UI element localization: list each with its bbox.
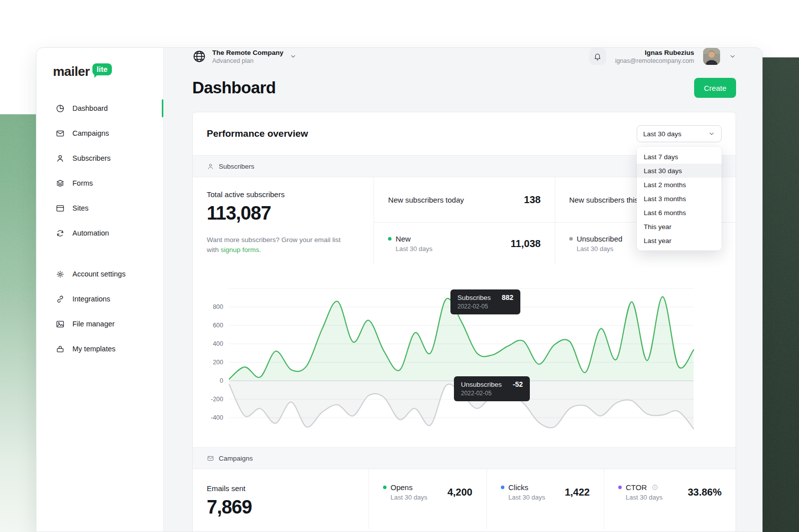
link-icon [55,294,65,304]
signup-forms-link[interactable]: signup forms. [221,246,261,254]
ctor-cell: CTOR Last 30 days 33.86% [604,469,736,529]
opens-cell: Opens Last 30 days 4,200 [369,469,486,529]
menu-item-last-30-days[interactable]: Last 30 days [637,164,722,178]
info-icon[interactable] [652,484,658,491]
topbar-right: Ignas Rubezius ignas@remotecompany.com [589,48,736,65]
grow-list-hint: Want more subscribers? Grow your email l… [207,235,347,256]
sidebar-item-account-settings[interactable]: Account settings [36,262,163,286]
new-30days-row: New Last 30 days 11,038 [374,223,554,265]
stat-label: Total active subscribers [207,190,360,199]
svg-text:400: 400 [213,340,223,347]
ctor-dot [618,486,622,489]
tooltip-series-label: Unsubscribes [461,381,502,388]
tooltip-series-label: Subscribes [457,294,491,301]
ctor-value: 33.86% [688,487,722,498]
menu-item-last-2-months[interactable]: Last 2 months [637,178,722,192]
chevron-down-icon[interactable] [729,53,736,60]
total-subscribers-cell: Total active subscribers 113,087 Want mo… [193,177,374,265]
new-subscribers-cell: New subscribers today 138 New Last 30 da… [374,177,554,265]
subscribers-chart[interactable]: 8006004002000-200-400 Subscribes 882 202… [193,265,736,447]
gear-icon [55,269,65,279]
new-30days-value: 11,038 [511,238,541,250]
tooltip-value: 882 [502,293,513,301]
sidebar-item-automation[interactable]: Automation [36,221,163,246]
envelope-icon [207,455,214,462]
unsubscribed-dot [569,237,573,241]
menu-item-this-year[interactable]: This year [637,220,722,234]
menu-item-last-year[interactable]: Last year [637,234,722,248]
main-content: The Remote Company Advanced plan Ignas R… [164,48,762,532]
page-title: Dashboard [192,78,276,97]
new-dot [388,237,392,241]
avatar-photo [703,48,720,65]
date-range-select[interactable]: Last 30 days [637,125,722,142]
sidebar-item-label: Dashboard [72,104,108,112]
nav-divider-space [36,246,163,262]
pie-chart-icon [55,104,65,113]
opens-dot [383,486,387,489]
sidebar-item-integrations[interactable]: Integrations [36,286,163,311]
stat-label: CTOR [626,483,647,492]
svg-text:200: 200 [213,359,223,366]
sidebar-item-label: File manager [72,320,115,328]
notifications-button[interactable] [589,48,606,65]
emails-sent-cell: Emails sent 7,869 [193,469,369,529]
sidebar-item-label: Automation [72,229,109,237]
date-range-menu: Last 7 days Last 30 days Last 2 months L… [637,147,722,251]
opens-value: 4,200 [447,487,472,498]
total-subscribers-value: 113,087 [207,203,360,224]
sidebar-item-label: Campaigns [72,129,109,137]
stat-label: New subscribers today [388,196,464,204]
app-window: mailer lite Dashboard Campaigns Subscrib… [36,47,763,532]
stat-sublabel: Last 30 days [391,494,427,501]
sidebar-item-dashboard[interactable]: Dashboard [36,96,163,121]
sidebar-item-campaigns[interactable]: Campaigns [36,121,163,146]
menu-item-last-6-months[interactable]: Last 6 months [637,206,722,220]
sidebar-item-sites[interactable]: Sites [36,196,163,221]
new-today-row: New subscribers today 138 [374,177,554,223]
layers-icon [55,179,65,188]
menu-item-last-3-months[interactable]: Last 3 months [637,192,722,206]
browser-icon [55,204,65,213]
grain-texture [0,114,36,532]
sidebar-item-label: Sites [72,204,88,212]
company-name: The Remote Company [212,49,284,56]
grain-texture [763,57,799,532]
sidebar-item-label: My templates [72,345,115,353]
person-icon [55,154,65,163]
sidebar-item-file-manager[interactable]: File manager [36,311,163,336]
tooltip-date: 2022-02-05 [461,390,523,397]
user-name: Ignas Rubezius [615,49,694,56]
company-switcher[interactable]: The Remote Company Advanced plan [192,49,297,64]
user-email: ignas@remotecompany.com [615,57,694,64]
tooltip-value: -52 [513,380,523,388]
user-block[interactable]: Ignas Rubezius ignas@remotecompany.com [615,49,694,64]
stat-label: Clicks [508,483,528,492]
sidebar-item-my-templates[interactable]: My templates [36,336,163,361]
company-plan: Advanced plan [212,57,284,64]
stat-sublabel: Last 30 days [577,245,623,253]
section-label: Subscribers [219,163,254,170]
clicks-value: 1,422 [565,487,590,498]
subscribes-tooltip: Subscribes 882 2022-02-05 [450,289,520,314]
mailerlite-logo[interactable]: mailer lite [53,63,163,81]
refresh-icon [55,229,65,238]
backdrop-green-texture [0,114,36,532]
svg-text:-400: -400 [211,414,223,421]
logo-wordmark: mailer [53,63,90,80]
backdrop-dark-texture [763,57,799,532]
campaigns-section-band: Campaigns [193,447,736,469]
chevron-down-icon [708,130,715,137]
topbar: The Remote Company Advanced plan Ignas R… [164,48,762,65]
create-button[interactable]: Create [694,78,736,98]
chevron-down-icon [290,53,297,60]
user-avatar[interactable] [703,48,720,65]
sidebar-item-subscribers[interactable]: Subscribers [36,146,163,171]
bell-icon [593,52,602,61]
menu-item-last-7-days[interactable]: Last 7 days [637,150,722,164]
stat-label: Opens [391,483,412,492]
sidebar-item-label: Subscribers [72,154,111,162]
stat-sublabel: Last 30 days [508,494,545,501]
stat-sublabel: Last 30 days [396,245,432,253]
sidebar-item-forms[interactable]: Forms [36,171,163,196]
